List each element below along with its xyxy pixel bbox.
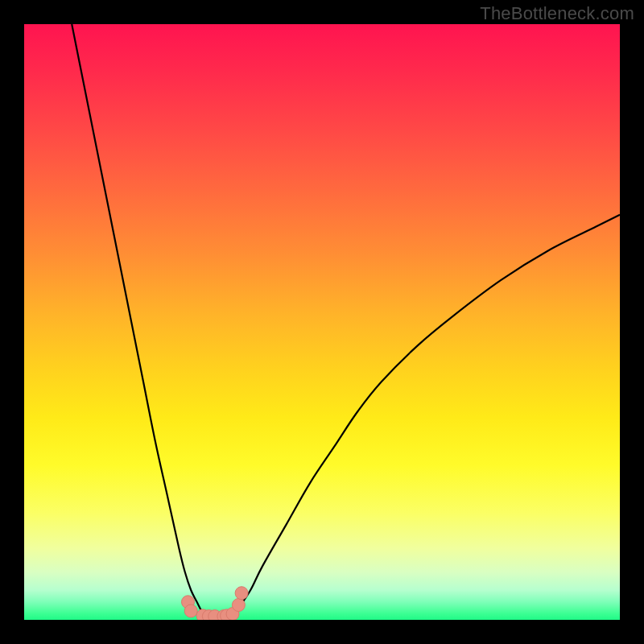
chart-frame: TheBottleneck.com [0,0,644,644]
curves-layer [24,24,620,620]
watermark-text: TheBottleneck.com [480,3,634,24]
right-branch-curve [238,215,620,608]
floor-marker [235,587,248,600]
floor-marker [232,599,245,612]
floor-marker [184,605,197,617]
left-branch-curve [72,24,203,614]
plot-area [24,24,620,620]
